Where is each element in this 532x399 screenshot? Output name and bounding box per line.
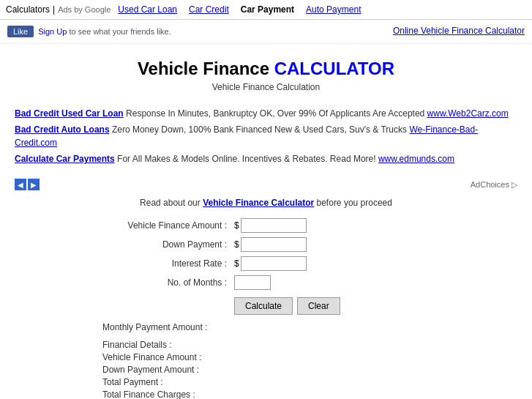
- title-part1: Vehicle Finance: [138, 59, 274, 78]
- facebook-like-box: Like Sign Up to see what your friends li…: [7, 26, 171, 37]
- ad-next-button[interactable]: ▶: [28, 179, 40, 190]
- top-nav: Calculators | Ads by Google Used Car Loa…: [0, 0, 532, 20]
- adchoices-label[interactable]: AdChoices ▷: [471, 180, 517, 190]
- financial-details-label: Financial Details :: [102, 340, 517, 350]
- down-payment-input-wrapper: $: [234, 237, 307, 252]
- page-title: Vehicle Finance CALCULATOR: [15, 59, 517, 79]
- ad-arrows: ◀ ▶: [15, 179, 40, 190]
- like-button[interactable]: Like: [7, 26, 34, 37]
- total-payment-label: Total Payment :: [102, 377, 517, 387]
- button-row: Calculate Clear: [102, 297, 517, 315]
- fb-signup-link[interactable]: Sign Up: [38, 27, 67, 36]
- financial-details: Financial Details : Vehicle Finance Amou…: [102, 340, 517, 399]
- months-input[interactable]: [234, 275, 271, 290]
- main-content: Vehicle Finance CALCULATOR Vehicle Finan…: [0, 44, 532, 399]
- vehicle-finance-label: Vehicle Finance Amount :: [102, 220, 234, 231]
- calculator-section: Read about our Vehicle Finance Calculato…: [15, 198, 517, 399]
- interest-rate-label: Interest Rate :: [102, 258, 234, 269]
- nav-separator: |: [53, 4, 55, 15]
- header-row: Like Sign Up to see what your friends li…: [0, 20, 532, 44]
- nav-auto-payment[interactable]: Auto Payment: [301, 4, 365, 15]
- clear-button[interactable]: Clear: [297, 297, 340, 315]
- nav-car-credit[interactable]: Car Credit: [184, 4, 233, 15]
- down-payment-amount-result-label: Down Payment Amount :: [102, 365, 517, 375]
- interest-rate-row: Interest Rate : $: [102, 256, 517, 271]
- ad-link-1[interactable]: Bad Credit Used Car Loan: [15, 108, 124, 119]
- result-section: Monthly Payment Amount : Financial Detai…: [102, 322, 517, 399]
- interest-rate-input-wrapper: $: [234, 256, 307, 271]
- nav-used-car-loan[interactable]: Used Car Loan: [113, 4, 181, 15]
- down-payment-input[interactable]: [241, 237, 307, 252]
- dollar-sign-3: $: [234, 258, 239, 269]
- ad-text-3: For All Makes & Models Online. Incentive…: [117, 154, 378, 164]
- ad-link-3[interactable]: Calculate Car Payments: [15, 154, 115, 164]
- ad-url-3[interactable]: www.edmunds.com: [378, 154, 454, 164]
- ad-link-2[interactable]: Bad Credit Auto Loans: [15, 124, 110, 135]
- months-row: No. of Months :: [102, 275, 517, 290]
- ad-text-2: Zero Money Down, 100% Bank Financed New …: [112, 124, 409, 135]
- calculate-button[interactable]: Calculate: [234, 297, 293, 315]
- fb-sub-text: to see what your friends like.: [69, 27, 171, 36]
- title-part2: CALCULATOR: [274, 59, 394, 78]
- months-input-wrapper: [234, 275, 271, 290]
- monthly-payment-label: Monthly Payment Amount :: [102, 322, 517, 332]
- ad-row-3: Calculate Car Payments For All Makes & M…: [15, 152, 517, 165]
- dollar-sign-1: $: [234, 220, 239, 231]
- fb-signup-text: Sign Up to see what your friends like.: [38, 27, 171, 36]
- ad-url-1[interactable]: www.Web2Carz.com: [427, 108, 509, 119]
- online-calc-link[interactable]: Online Vehicle Finance Calculator: [393, 26, 525, 36]
- interest-rate-input[interactable]: [241, 256, 307, 271]
- vehicle-finance-input[interactable]: [241, 218, 307, 233]
- vehicle-finance-row: Vehicle Finance Amount : $: [102, 218, 517, 233]
- dollar-sign-2: $: [234, 239, 239, 250]
- ad-nav: ◀ ▶ AdChoices ▷: [15, 179, 517, 190]
- ad-prev-button[interactable]: ◀: [15, 179, 26, 190]
- down-payment-row: Down Payment : $: [102, 237, 517, 252]
- page-subtitle: Vehicle Finance Calculation: [15, 82, 517, 92]
- vehicle-finance-input-wrapper: $: [234, 218, 307, 233]
- ads-by-google: Ads by Google: [58, 5, 110, 14]
- ad-section: Bad Credit Used Car Loan Response In Min…: [15, 100, 517, 173]
- ad-row-2: Bad Credit Auto Loans Zero Money Down, 1…: [15, 123, 517, 149]
- months-label: No. of Months :: [102, 277, 234, 288]
- calc-intro-link[interactable]: Vehicle Finance Calculator: [203, 198, 314, 208]
- calculators-label: Calculators: [6, 4, 50, 15]
- ad-text-1: Response In Minutes, Bankruptcy OK, Over…: [126, 108, 427, 119]
- down-payment-label: Down Payment :: [102, 239, 234, 250]
- vehicle-finance-amount-result-label: Vehicle Finance Amount :: [102, 352, 517, 362]
- calculator-form: Vehicle Finance Amount : $ Down Payment …: [102, 218, 517, 290]
- ad-row-1: Bad Credit Used Car Loan Response In Min…: [15, 107, 517, 120]
- total-finance-charges-label: Total Finance Charges :: [102, 389, 517, 399]
- calc-intro: Read about our Vehicle Finance Calculato…: [15, 198, 517, 208]
- nav-car-payment[interactable]: Car Payment: [236, 4, 299, 15]
